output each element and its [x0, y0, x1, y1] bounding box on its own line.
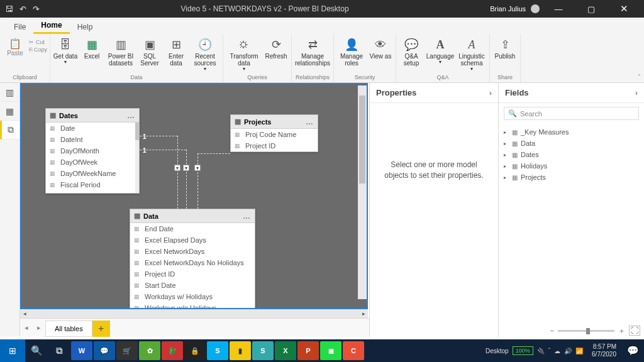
- tab-help[interactable]: Help: [70, 20, 101, 34]
- task-view-icon[interactable]: ⧉: [48, 339, 70, 362]
- transform-data-button[interactable]: ⛭Transform data▾: [226, 35, 262, 72]
- zoom-out-icon[interactable]: −: [550, 327, 554, 334]
- taskbar-app[interactable]: ◼: [320, 341, 341, 360]
- tab-home[interactable]: Home: [33, 18, 69, 34]
- field-row[interactable]: ▦DayOfWeek: [46, 156, 139, 168]
- search-icon[interactable]: 🔍: [25, 339, 48, 362]
- table-data[interactable]: ▦Data… ▦End Date ▦Excel Elapsed Days ▦Ex…: [130, 209, 255, 309]
- collapse-ribbon-icon[interactable]: ˆ: [638, 74, 640, 81]
- data-view-button[interactable]: ▦: [0, 102, 19, 121]
- table-scrollbar[interactable]: [135, 123, 139, 193]
- save-icon[interactable]: 🖫: [5, 4, 13, 14]
- publish-icon: ⇪: [496, 38, 514, 53]
- field-row[interactable]: ▦Date: [46, 123, 139, 134]
- field-row[interactable]: ▦Excel NetworkDays: [130, 246, 255, 257]
- redo-icon[interactable]: ↷: [33, 4, 40, 14]
- relationship-arrow-icon[interactable]: ▾: [194, 165, 201, 171]
- taskbar-app[interactable]: 🔒: [184, 341, 206, 360]
- field-row[interactable]: ▦Excel NetworkDays No Holidays: [130, 257, 255, 268]
- tab-file[interactable]: File: [6, 20, 33, 34]
- taskbar-app[interactable]: 🐉: [162, 341, 183, 360]
- start-button[interactable]: ⊞: [0, 339, 25, 362]
- canvas-scroll-h[interactable]: ◂▸: [20, 309, 368, 318]
- refresh-button[interactable]: ⟳Refresh: [264, 35, 289, 60]
- fields-node[interactable]: ▸▦Holidays: [502, 160, 640, 172]
- user-avatar[interactable]: [531, 4, 540, 13]
- model-canvas[interactable]: ▦Dates… ▦Date ▦DateInt ▦DayOfMonth ▦DayO…: [20, 83, 368, 309]
- model-view-button[interactable]: ⧉: [0, 121, 19, 140]
- field-row[interactable]: ▦Proj Code Name: [231, 129, 318, 140]
- get-data-button[interactable]: 🗄Get data▾: [53, 35, 78, 65]
- taskbar-app[interactable]: S: [207, 341, 228, 360]
- sql-server-button[interactable]: ▣SQL Server: [137, 35, 162, 67]
- fields-search[interactable]: 🔍Search: [504, 107, 639, 120]
- linguistic-schema-button[interactable]: ALinguistic schema▾: [457, 35, 487, 72]
- manage-roles-button[interactable]: 👤Manage roles: [336, 35, 367, 67]
- field-row[interactable]: ▦Start Date: [130, 280, 255, 291]
- field-row[interactable]: ▦Project ID: [231, 140, 318, 151]
- fit-to-page-icon[interactable]: ⛶: [629, 326, 640, 336]
- taskbar-app[interactable]: P: [297, 341, 319, 360]
- qa-setup-button[interactable]: 💬Q&A setup: [399, 35, 424, 67]
- relationship-arrow-icon[interactable]: ▾: [174, 165, 180, 171]
- taskbar-app[interactable]: ✿: [139, 341, 160, 360]
- enter-data-button[interactable]: ⊞Enter data: [164, 35, 189, 67]
- pager-prev[interactable]: ◂: [20, 319, 33, 337]
- view-as-button[interactable]: 👁View as: [368, 35, 393, 60]
- report-view-button[interactable]: ▥: [0, 83, 19, 102]
- taskbar-app[interactable]: S: [252, 341, 274, 360]
- copy-button[interactable]: ⎘Copy: [29, 47, 47, 53]
- show-desktop-label[interactable]: Desktop: [482, 348, 513, 354]
- fields-node[interactable]: ▸▦Dates: [502, 149, 640, 160]
- table-dates[interactable]: ▦Dates… ▦Date ▦DateInt ▦DayOfMonth ▦DayO…: [45, 108, 140, 194]
- zoom-in-icon[interactable]: ＋: [618, 326, 625, 336]
- field-row[interactable]: ▦Project ID: [130, 268, 255, 280]
- field-row[interactable]: ▦DayOfMonth: [46, 145, 139, 156]
- minimize-button[interactable]: —: [545, 4, 572, 14]
- system-tray[interactable]: 🔌ˆ☁🔊📶: [533, 348, 587, 354]
- field-row[interactable]: ▦End Date: [130, 223, 255, 234]
- battery-indicator[interactable]: 100%: [513, 346, 533, 355]
- field-row[interactable]: ▦Workdays w/ Holidays: [130, 291, 255, 302]
- language-button[interactable]: ALanguage▾: [425, 35, 455, 65]
- publish-button[interactable]: ⇪Publish: [492, 35, 518, 60]
- taskbar-app[interactable]: X: [275, 341, 296, 360]
- fields-node[interactable]: ▸▦Projects: [502, 172, 640, 183]
- field-row[interactable]: ▦Workdays w/o Holidays: [130, 302, 255, 309]
- paste-button[interactable]: 📋 Paste: [3, 35, 28, 57]
- field-row[interactable]: ▦DayOfWeekName: [46, 168, 139, 179]
- pbi-datasets-button[interactable]: ▥Power BI datasets: [106, 35, 136, 67]
- chevron-right-icon[interactable]: ›: [635, 88, 638, 97]
- taskbar-app[interactable]: W: [71, 341, 92, 360]
- recent-sources-button[interactable]: 🕘Recent sources▾: [190, 35, 220, 72]
- excel-button[interactable]: ▦Excel: [79, 35, 104, 60]
- pager-next[interactable]: ▸: [33, 319, 45, 337]
- zoom-slider[interactable]: [558, 330, 614, 332]
- taskbar-app[interactable]: C: [343, 341, 364, 360]
- field-row[interactable]: ▦Excel Elapsed Days: [130, 234, 255, 246]
- tab-all-tables[interactable]: All tables: [45, 321, 92, 337]
- taskbar-app[interactable]: ▮: [230, 341, 251, 360]
- clock[interactable]: 8:57 PM6/7/2020: [587, 343, 621, 358]
- table-menu-icon[interactable]: …: [306, 118, 314, 126]
- table-menu-icon[interactable]: …: [243, 212, 251, 221]
- table-menu-icon[interactable]: …: [127, 111, 135, 120]
- chevron-right-icon[interactable]: ›: [489, 88, 492, 97]
- table-projects[interactable]: ▦Projects… ▦Proj Code Name ▦Project ID: [230, 114, 318, 152]
- field-row[interactable]: ▦DateInt: [46, 134, 139, 145]
- cut-button[interactable]: ✂Cut: [29, 39, 47, 45]
- taskbar-app[interactable]: 🛒: [116, 341, 138, 360]
- manage-relationships-button[interactable]: ⇄Manage relationships: [294, 35, 331, 67]
- relationship-arrow-icon[interactable]: ▾: [183, 165, 189, 171]
- maximize-button[interactable]: ▢: [577, 4, 605, 14]
- notifications-icon[interactable]: 💬: [621, 339, 644, 362]
- add-tab-button[interactable]: +: [92, 321, 110, 337]
- canvas-scroll-v[interactable]: [358, 85, 367, 299]
- fields-node[interactable]: ▸▦_Key Measures: [502, 126, 640, 138]
- field-row[interactable]: ▦Fiscal Period: [46, 179, 139, 190]
- zoom-control[interactable]: − ＋ ⛶: [550, 326, 640, 336]
- close-button[interactable]: ✕: [610, 3, 638, 14]
- undo-icon[interactable]: ↶: [19, 4, 26, 14]
- fields-node[interactable]: ▸▦Data: [502, 138, 640, 149]
- taskbar-app[interactable]: 💬: [94, 341, 115, 360]
